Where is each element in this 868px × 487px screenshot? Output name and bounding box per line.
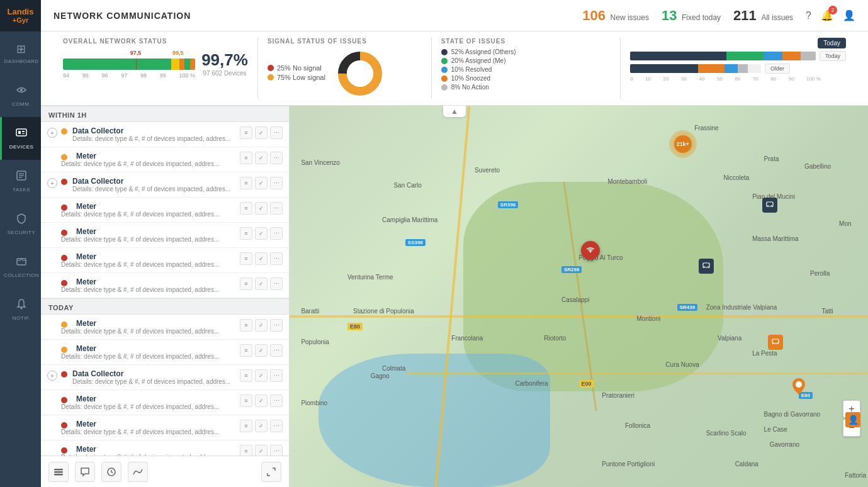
map-marker-dc-1[interactable] bbox=[762, 198, 777, 213]
action-btn-3[interactable]: ⋯ bbox=[270, 152, 283, 164]
expand-panel-button[interactable] bbox=[261, 462, 281, 482]
action-btn-2[interactable]: ✓ bbox=[255, 177, 268, 189]
map-marker-wifi[interactable] bbox=[581, 241, 600, 260]
svg-rect-1 bbox=[16, 129, 26, 136]
issue-row-4: 10% Snoozed bbox=[441, 75, 611, 82]
list-item[interactable]: Meter Details: device type & #, # of dev… bbox=[41, 340, 289, 365]
issue-actions: ≡ ✓ ⋯ bbox=[240, 344, 283, 357]
notifications-button[interactable]: 🔔 2 bbox=[821, 9, 833, 21]
action-btn-2[interactable]: ✓ bbox=[255, 344, 268, 357]
network-status-section: OVERALL NETWORK STATUS 97,5 99,5 bbox=[54, 38, 258, 99]
list-item[interactable]: Meter Details: device type & #, # of dev… bbox=[41, 273, 289, 298]
action-btn-3[interactable]: ⋯ bbox=[270, 227, 283, 240]
collection-icon bbox=[16, 255, 27, 270]
sidebar-item-devices[interactable]: DEVICES bbox=[0, 117, 41, 160]
action-btn-2[interactable]: ✓ bbox=[255, 277, 268, 290]
list-item[interactable]: Meter Details: device type & #, # of dev… bbox=[41, 248, 289, 273]
expand-button[interactable]: + bbox=[47, 371, 57, 381]
map-marker-pin[interactable] bbox=[792, 378, 805, 397]
action-btn-1[interactable]: ≡ bbox=[240, 420, 252, 432]
sidebar-item-tasks[interactable]: TASKS bbox=[0, 160, 41, 203]
action-btn-2[interactable]: ✓ bbox=[255, 152, 268, 164]
list-view-button[interactable] bbox=[48, 462, 69, 482]
list-item[interactable]: Meter Details: device type & #, # of dev… bbox=[41, 440, 289, 456]
map-cluster-marker[interactable]: 21k+ bbox=[669, 130, 697, 158]
action-btn-1[interactable]: ≡ bbox=[240, 395, 252, 407]
sidebar-item-dashboard[interactable]: ⊞ DASHBOARD bbox=[0, 31, 41, 74]
sidebar-item-collection[interactable]: COLLECTION bbox=[0, 245, 41, 288]
action-btn-3[interactable]: ⋯ bbox=[270, 420, 283, 432]
issue-actions: ≡ ✓ ⋯ bbox=[240, 202, 283, 215]
action-btn-3[interactable]: ⋯ bbox=[270, 177, 283, 189]
action-btn-1[interactable]: ≡ bbox=[240, 252, 252, 265]
assigned-me-label: 20% Assigned (Me) bbox=[451, 57, 533, 64]
topbar-icons: ? 🔔 2 👤 bbox=[806, 9, 855, 21]
action-btn-1[interactable]: ≡ bbox=[240, 202, 252, 215]
map-person-icon[interactable]: 👤 bbox=[845, 412, 860, 427]
list-item[interactable]: Meter Details: device type & #, # of dev… bbox=[41, 415, 289, 440]
list-item[interactable]: Meter Details: device type & #, # of dev… bbox=[41, 390, 289, 415]
sidebar-item-label: COMM. bbox=[12, 101, 31, 107]
today-button[interactable]: Today bbox=[818, 38, 846, 48]
today-label-btn[interactable]: Today bbox=[820, 51, 846, 61]
action-btn-1[interactable]: ≡ bbox=[240, 344, 252, 357]
action-btn-3[interactable]: ⋯ bbox=[270, 344, 283, 357]
action-btn-1[interactable]: ≡ bbox=[240, 277, 252, 290]
action-btn-3[interactable]: ⋯ bbox=[270, 369, 283, 382]
sidebar-item-security[interactable]: SECURITY bbox=[0, 203, 41, 245]
issue-details: Details: device type & #, # of devices i… bbox=[72, 135, 236, 142]
action-btn-1[interactable]: ≡ bbox=[240, 152, 252, 164]
older-label-btn[interactable]: Older bbox=[765, 64, 790, 74]
sidebar-item-notif[interactable]: NOTIF. bbox=[0, 288, 41, 331]
map-area[interactable]: E80 E00 SR398 SR298 SR439 SS398 E80 Fras… bbox=[290, 106, 868, 487]
action-btn-3[interactable]: ⋯ bbox=[270, 252, 283, 265]
signal-button[interactable] bbox=[128, 462, 148, 482]
action-btn-2[interactable]: ✓ bbox=[255, 227, 268, 240]
action-btn-2[interactable]: ✓ bbox=[255, 126, 268, 139]
list-item[interactable]: Meter Details: device type & #, # of dev… bbox=[41, 223, 289, 248]
action-btn-2[interactable]: ✓ bbox=[255, 319, 268, 332]
issue-actions: ≡ ✓ ⋯ bbox=[240, 177, 283, 189]
action-btn-3[interactable]: ⋯ bbox=[270, 202, 283, 215]
help-button[interactable]: ? bbox=[806, 10, 811, 21]
history-button[interactable] bbox=[101, 462, 121, 482]
list-item[interactable]: Meter Details: device type & #, # of dev… bbox=[41, 198, 289, 223]
gauge-marker1: 97,5 bbox=[130, 50, 142, 56]
action-btn-2[interactable]: ✓ bbox=[255, 369, 268, 382]
action-btn-2[interactable]: ✓ bbox=[255, 445, 268, 456]
action-btn-1[interactable]: ≡ bbox=[240, 126, 252, 139]
status-dot bbox=[61, 447, 67, 454]
action-btn-2[interactable]: ✓ bbox=[255, 420, 268, 432]
action-btn-1[interactable]: ≡ bbox=[240, 319, 252, 332]
expand-button[interactable]: + bbox=[47, 178, 57, 188]
sidebar-item-comm[interactable]: COMM. bbox=[0, 74, 41, 117]
place-label-follonica: Follonica bbox=[625, 422, 650, 429]
action-btn-2[interactable]: ✓ bbox=[255, 252, 268, 265]
action-btn-1[interactable]: ≡ bbox=[240, 227, 252, 240]
list-item[interactable]: + Data Collector Details: device type & … bbox=[41, 172, 289, 198]
map-marker-dc-2[interactable] bbox=[699, 259, 714, 274]
list-item[interactable]: + Data Collector Details: device type & … bbox=[41, 122, 289, 147]
action-btn-3[interactable]: ⋯ bbox=[270, 445, 283, 456]
action-btn-1[interactable]: ≡ bbox=[240, 445, 252, 456]
resolved-dot bbox=[441, 67, 448, 73]
list-item[interactable]: + Data Collector Details: device type & … bbox=[41, 365, 289, 390]
chat-button[interactable] bbox=[75, 462, 95, 482]
action-btn-3[interactable]: ⋯ bbox=[270, 319, 283, 332]
expand-button[interactable]: + bbox=[47, 128, 57, 138]
chevron-up-button[interactable]: ▲ bbox=[443, 106, 466, 117]
action-btn-1[interactable]: ≡ bbox=[240, 369, 252, 382]
action-btn-3[interactable]: ⋯ bbox=[270, 277, 283, 290]
svg-rect-4 bbox=[22, 133, 25, 134]
list-item[interactable]: Meter Details: device type & #, # of dev… bbox=[41, 147, 289, 172]
action-btn-1[interactable]: ≡ bbox=[240, 177, 252, 189]
user-button[interactable]: 👤 bbox=[843, 9, 855, 21]
action-btn-2[interactable]: ✓ bbox=[255, 395, 268, 407]
action-btn-3[interactable]: ⋯ bbox=[270, 126, 283, 139]
action-btn-2[interactable]: ✓ bbox=[255, 202, 268, 215]
list-item[interactable]: Meter Details: device type & #, # of dev… bbox=[41, 315, 289, 340]
action-btn-3[interactable]: ⋯ bbox=[270, 395, 283, 407]
map-marker-dc-orange[interactable] bbox=[768, 335, 783, 350]
signal-status-title: SIGNAL STATUS OF ISSUES bbox=[268, 38, 422, 45]
issue-name: Data Collector bbox=[72, 177, 236, 186]
